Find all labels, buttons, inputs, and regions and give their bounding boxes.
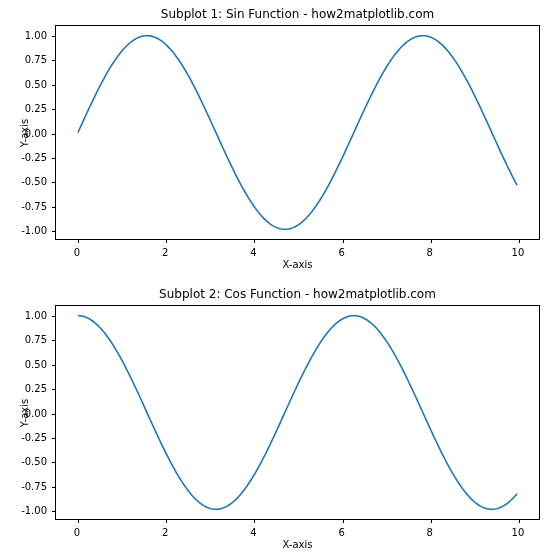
y-tick (52, 316, 56, 317)
x-tick-label: 2 (162, 247, 168, 258)
y-tick-label: -1.00 (21, 225, 47, 236)
y-tick-label: 0.00 (25, 407, 47, 418)
x-tick (343, 519, 344, 523)
y-tick-label: -0.25 (21, 151, 47, 162)
y-tick (52, 182, 56, 183)
y-tick-label: -0.75 (21, 200, 47, 211)
cos-line (56, 306, 539, 519)
x-tick (519, 519, 520, 523)
y-tick (52, 389, 56, 390)
y-tick-label: 0.50 (25, 358, 47, 369)
x-tick (78, 239, 79, 243)
y-tick (52, 36, 56, 37)
subplot-1-axes (55, 25, 540, 240)
y-tick (52, 85, 56, 86)
x-tick (431, 239, 432, 243)
y-tick (52, 60, 56, 61)
x-tick-label: 8 (427, 527, 433, 538)
y-tick (52, 109, 56, 110)
y-tick-label: -0.50 (21, 176, 47, 187)
x-tick-label: 10 (512, 247, 525, 258)
y-tick-label: -0.50 (21, 456, 47, 467)
x-tick-label: 10 (512, 527, 525, 538)
x-tick-label: 4 (250, 247, 256, 258)
y-tick (52, 487, 56, 488)
subplot-1-title: Subplot 1: Sin Function - how2matplotlib… (55, 7, 540, 21)
y-tick-label: 1.00 (25, 309, 47, 320)
x-tick (166, 519, 167, 523)
x-tick (519, 239, 520, 243)
cos-path (78, 316, 517, 510)
y-tick-label: -0.75 (21, 480, 47, 491)
y-tick (52, 231, 56, 232)
x-tick (254, 519, 255, 523)
y-tick-label: 0.75 (25, 334, 47, 345)
y-tick (52, 134, 56, 135)
subplot-1: Subplot 1: Sin Function - how2matplotlib… (55, 25, 540, 240)
x-tick-label: 8 (427, 247, 433, 258)
subplot-2-xlabel: X-axis (55, 539, 540, 550)
sin-path (78, 36, 517, 230)
x-tick (254, 239, 255, 243)
y-tick-label: 0.25 (25, 383, 47, 394)
subplot-2-axes (55, 305, 540, 520)
y-tick-label: 0.75 (25, 54, 47, 65)
x-tick (343, 239, 344, 243)
y-tick (52, 340, 56, 341)
subplot-2-title: Subplot 2: Cos Function - how2matplotlib… (55, 287, 540, 301)
y-tick-label: -1.00 (21, 505, 47, 516)
x-tick-label: 4 (250, 527, 256, 538)
y-tick-label: 0.50 (25, 78, 47, 89)
y-tick-label: -0.25 (21, 431, 47, 442)
x-tick-label: 6 (338, 527, 344, 538)
x-tick-label: 0 (74, 247, 80, 258)
y-tick (52, 365, 56, 366)
x-tick (78, 519, 79, 523)
y-tick-label: 0.25 (25, 103, 47, 114)
y-tick (52, 438, 56, 439)
y-tick-label: 0.00 (25, 127, 47, 138)
y-tick (52, 158, 56, 159)
x-tick-label: 2 (162, 527, 168, 538)
x-tick (431, 519, 432, 523)
sin-line (56, 26, 539, 239)
subplot-2: Subplot 2: Cos Function - how2matplotlib… (55, 305, 540, 520)
x-tick-label: 0 (74, 527, 80, 538)
y-tick (52, 414, 56, 415)
subplot-1-xlabel: X-axis (55, 259, 540, 270)
y-tick-label: 1.00 (25, 29, 47, 40)
y-tick (52, 462, 56, 463)
x-tick-label: 6 (338, 247, 344, 258)
x-tick (166, 239, 167, 243)
y-tick (52, 511, 56, 512)
figure: Subplot 1: Sin Function - how2matplotlib… (0, 0, 560, 560)
y-tick (52, 207, 56, 208)
